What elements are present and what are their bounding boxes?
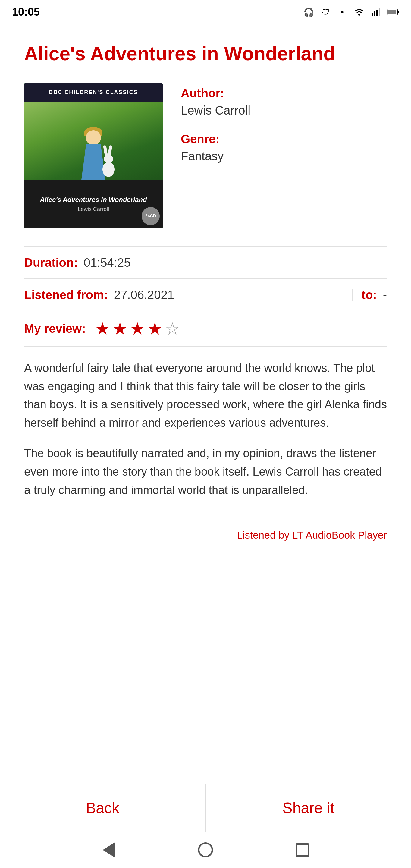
footer-credit-text: Listened by LT AudioBook Player — [237, 529, 387, 541]
cover-cd-badge: 2×CD — [141, 207, 160, 225]
star-2: ★ — [113, 320, 127, 337]
listened-to-part: to: - — [361, 288, 387, 302]
duration-row: Duration: 01:54:25 — [24, 246, 387, 279]
star-5: ☆ — [165, 320, 180, 337]
android-back-button[interactable] — [100, 841, 118, 859]
genre-group: Genre: Fantasy — [181, 132, 387, 163]
author-label: Author: — [181, 87, 387, 100]
listened-from-label: Listened from: — [24, 288, 108, 302]
listened-row: Listened from: 27.06.2021 to: - — [24, 279, 387, 311]
listened-from-part: Listened from: 27.06.2021 — [24, 288, 343, 302]
listened-to-value: - — [383, 288, 387, 302]
shield-icon: 🛡 — [319, 6, 331, 18]
duration-label: Duration: — [24, 256, 78, 270]
signal-icon — [370, 6, 382, 18]
author-value: Lewis Carroll — [181, 104, 387, 117]
listened-from-value: 27.06.2021 — [114, 288, 174, 302]
headphone-icon: 🎧 — [303, 6, 315, 18]
svg-rect-7 — [387, 10, 396, 14]
rabbit-figure — [99, 147, 118, 177]
star-1: ★ — [95, 320, 110, 337]
status-bar: 10:05 🎧 🛡 • — [0, 0, 411, 24]
cover-book-title-text: Alice's Adventures in Wonderland — [40, 195, 147, 204]
svg-point-0 — [358, 14, 360, 16]
recents-square-icon — [295, 843, 309, 857]
cover-title-area: Alice's Adventures in Wonderland Lewis C… — [24, 180, 163, 228]
cover-top-text: BBC Children's Classics — [49, 89, 138, 96]
alice-figure — [63, 107, 124, 192]
cover-cd-text: 2×CD — [145, 214, 156, 218]
status-icons: 🎧 🛡 • — [303, 6, 399, 18]
author-group: Author: Lewis Carroll — [181, 87, 387, 117]
svg-rect-2 — [374, 11, 375, 16]
android-recents-button[interactable] — [293, 841, 311, 859]
back-button[interactable]: Back — [0, 784, 206, 832]
genre-label: Genre: — [181, 132, 387, 146]
book-metadata: Author: Lewis Carroll Genre: Fantasy — [181, 84, 387, 163]
book-cover: BBC Children's Classics — [24, 84, 163, 228]
status-time: 10:05 — [12, 6, 40, 19]
duration-value: 01:54:25 — [84, 256, 131, 270]
home-circle-icon — [198, 842, 213, 858]
share-button[interactable]: Share it — [206, 784, 411, 832]
cover-author-text: Lewis Carroll — [78, 206, 109, 213]
book-cover-art: BBC Children's Classics — [24, 84, 163, 228]
star-3: ★ — [130, 320, 145, 337]
wifi-icon — [353, 6, 365, 18]
dot-icon: • — [336, 6, 348, 18]
review-label: My review: — [24, 322, 86, 336]
review-paragraph-1: A wonderful fairy tale that everyone aro… — [24, 359, 387, 432]
svg-rect-3 — [376, 10, 378, 16]
book-info-section: BBC Children's Classics — [24, 84, 387, 228]
alice-head — [86, 130, 101, 145]
back-triangle-icon — [103, 842, 115, 858]
review-row: My review: ★ ★ ★ ★ ☆ — [24, 311, 387, 347]
stars-container: ★ ★ ★ ★ ☆ — [95, 320, 180, 337]
android-nav — [0, 832, 411, 868]
main-content: Alice's Adventures in Wonderland BBC Chi… — [0, 24, 411, 784]
svg-rect-1 — [372, 13, 373, 16]
battery-icon — [387, 6, 399, 18]
genre-value: Fantasy — [181, 150, 387, 163]
review-paragraph-2: The book is beautifully narrated and, in… — [24, 444, 387, 499]
bottom-nav: Back Share it — [0, 784, 411, 832]
android-home-button[interactable] — [196, 841, 215, 859]
listened-divider — [352, 289, 352, 301]
rabbit-body — [102, 162, 115, 177]
svg-rect-6 — [398, 11, 399, 13]
cover-top-banner: BBC Children's Classics — [24, 84, 163, 101]
listened-to-label: to: — [361, 288, 377, 302]
book-title: Alice's Adventures in Wonderland — [24, 42, 387, 65]
star-4: ★ — [147, 320, 162, 337]
review-text-section: A wonderful fairy tale that everyone aro… — [24, 347, 387, 524]
footer-credit: Listened by LT AudioBook Player — [24, 523, 387, 565]
svg-rect-4 — [379, 8, 380, 16]
